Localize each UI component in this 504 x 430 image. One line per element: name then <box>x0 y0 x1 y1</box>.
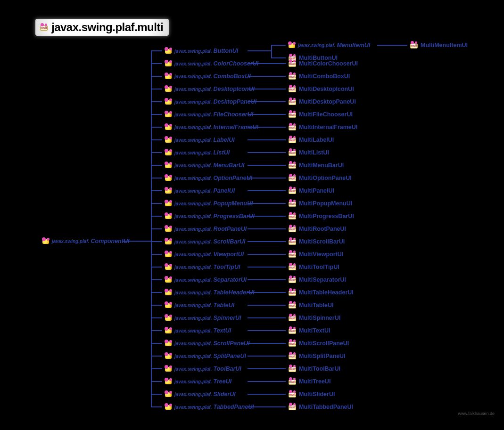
package-prefix: javax.swing.plaf. <box>298 43 335 48</box>
package-prefix: javax.swing.plaf. <box>174 176 212 181</box>
connector-line <box>248 368 286 369</box>
node-multi-tableui[interactable]: MultiTableUI <box>288 300 333 310</box>
package-prefix: javax.swing.plaf. <box>174 87 212 92</box>
node-plaf-menuitemui[interactable]: javax.swing.plaf.MenuItemUI <box>288 41 370 50</box>
node-plaf-panelui[interactable]: javax.swing.plaf.PanelUI <box>164 186 235 195</box>
class-icon <box>164 175 173 181</box>
node-plaf-popupmenuui[interactable]: javax.swing.plaf.PopupMenuUI <box>164 199 253 208</box>
node-plaf-splitpaneui[interactable]: javax.swing.plaf.SplitPaneUI <box>164 351 246 361</box>
node-multi-labelui[interactable]: MultiLabelUI <box>288 135 334 145</box>
node-multi-panelui[interactable]: MultiPanelUI <box>288 186 334 195</box>
package-prefix: javax.swing.plaf. <box>174 61 212 66</box>
node-multi-separatorui[interactable]: MultiSeparatorUI <box>288 275 346 284</box>
node-multi-rootpaneui[interactable]: MultiRootPaneUI <box>288 224 346 234</box>
node-multi-comboboxui[interactable]: MultiComboBoxUI <box>288 72 350 81</box>
node-multi-internalframeui[interactable]: MultiInternalFrameUI <box>288 122 357 132</box>
class-icon <box>164 73 173 80</box>
connector-line <box>248 279 286 280</box>
node-multi-popupmenuui[interactable]: MultiPopupMenuUI <box>288 199 352 208</box>
node-multi-sliderui[interactable]: MultiSliderUI <box>288 389 335 399</box>
node-plaf-textui[interactable]: javax.swing.plaf.TextUI <box>164 326 231 335</box>
node-plaf-filechooserui[interactable]: javax.swing.plaf.FileChooserUI <box>164 110 253 119</box>
node-multi-menubarui[interactable]: MultiMenuBarUI <box>288 161 344 170</box>
node-plaf-rootpaneui[interactable]: javax.swing.plaf.RootPaneUI <box>164 224 247 234</box>
node-plaf-toolbarui[interactable]: javax.swing.plaf.ToolBarUI <box>164 364 241 373</box>
class-name: MultiTableUI <box>299 302 333 308</box>
class-icon <box>164 60 173 67</box>
node-plaf-tabbedpaneui[interactable]: javax.swing.plaf.TabbedPaneUI <box>164 402 254 412</box>
node-plaf-separatorui[interactable]: javax.swing.plaf.SeparatorUI <box>164 275 247 284</box>
node-plaf-optionpaneui[interactable]: javax.swing.plaf.OptionPaneUI <box>164 173 252 183</box>
node-multi-toolbarui[interactable]: MultiToolBarUI <box>288 364 340 373</box>
multi-class-icon <box>288 263 297 271</box>
node-multi-desktoppaneui[interactable]: MultiDesktopPaneUI <box>288 97 356 106</box>
connector-line <box>151 101 162 102</box>
node-plaf-colorchooserui[interactable]: javax.swing.plaf.ColorChooserUI <box>164 59 258 68</box>
node-multi-optionpaneui[interactable]: MultiOptionPaneUI <box>288 173 352 183</box>
class-icon <box>164 124 173 130</box>
credit-text: www.falkhausen.de <box>458 411 495 416</box>
node-plaf-menubarui[interactable]: javax.swing.plaf.MenuBarUI <box>164 161 244 170</box>
node-multi-colorchooserui[interactable]: MultiColorChooserUI <box>288 59 358 68</box>
package-prefix: javax.swing.plaf. <box>174 74 212 79</box>
class-icon <box>164 187 173 194</box>
node-multi-treeui[interactable]: MultiTreeUI <box>288 377 330 386</box>
node-componentui[interactable]: javax.swing.plaf.ComponentUI <box>41 236 129 246</box>
node-plaf-comboboxui[interactable]: javax.swing.plaf.ComboBoxUI <box>164 72 251 81</box>
connector-line <box>248 76 286 77</box>
connector-line <box>151 254 162 255</box>
class-name: MenuBarUI <box>213 162 244 169</box>
node-multi-menuitemui[interactable]: MultiMenuItemUI <box>409 41 468 50</box>
node-multi-tabbedpaneui[interactable]: MultiTabbedPaneUI <box>288 402 353 412</box>
node-plaf-tooltipui[interactable]: javax.swing.plaf.ToolTipUI <box>164 262 240 272</box>
node-plaf-tableheaderui[interactable]: javax.swing.plaf.TableHeaderUI <box>164 288 255 297</box>
node-plaf-scrollbarui[interactable]: javax.swing.plaf.ScrollBarUI <box>164 237 246 246</box>
node-plaf-tableui[interactable]: javax.swing.plaf.TableUI <box>164 300 234 310</box>
node-multi-scrollpaneui[interactable]: MultiScrollPaneUI <box>288 339 349 348</box>
node-plaf-buttonui[interactable]: javax.swing.plaf.ButtonUI <box>164 46 238 56</box>
connector-line <box>271 45 286 46</box>
class-icon <box>164 86 173 92</box>
connector-line <box>151 190 162 191</box>
multi-class-icon <box>288 98 297 105</box>
package-prefix: javax.swing.plaf. <box>174 112 212 117</box>
connector-line <box>248 50 271 51</box>
package-prefix: javax.swing.plaf. <box>174 366 212 372</box>
node-plaf-desktopiconui[interactable]: javax.swing.plaf.DesktopIconUI <box>164 84 255 94</box>
class-name: MultiMenuItemUI <box>421 42 468 49</box>
package-prefix: javax.swing.plaf. <box>174 138 212 143</box>
node-plaf-labelui[interactable]: javax.swing.plaf.LabelUI <box>164 135 235 145</box>
node-plaf-viewportui[interactable]: javax.swing.plaf.ViewportUI <box>164 250 244 259</box>
class-icon <box>164 238 173 245</box>
connector-line <box>248 101 286 102</box>
class-name: MultiSplitPaneUI <box>299 353 346 359</box>
node-plaf-spinnerui[interactable]: javax.swing.plaf.SpinnerUI <box>164 313 241 323</box>
node-plaf-desktoppaneui[interactable]: javax.swing.plaf.DesktopPaneUI <box>164 97 256 106</box>
class-name: MultiComboBoxUI <box>299 73 350 80</box>
node-plaf-sliderui[interactable]: javax.swing.plaf.SliderUI <box>164 389 236 399</box>
node-multi-spinnerui[interactable]: MultiSpinnerUI <box>288 313 340 323</box>
node-multi-listui[interactable]: MultiListUI <box>288 148 329 157</box>
node-multi-filechooserui[interactable]: MultiFileChooserUI <box>288 110 353 119</box>
node-plaf-internalframeui[interactable]: javax.swing.plaf.InternalFrameUI <box>164 122 258 132</box>
node-multi-progressbarui[interactable]: MultiProgressBarUI <box>288 211 354 221</box>
node-multi-scrollbarui[interactable]: MultiScrollBarUI <box>288 237 345 246</box>
class-name: MultiProgressBarUI <box>299 213 354 219</box>
class-icon <box>164 365 173 372</box>
class-name: TreeUI <box>213 378 231 385</box>
multi-class-icon <box>288 123 297 131</box>
node-multi-desktopiconui[interactable]: MultiDesktopIconUI <box>288 84 354 94</box>
connector-line <box>151 356 162 357</box>
node-plaf-listui[interactable]: javax.swing.plaf.ListUI <box>164 148 230 157</box>
node-plaf-progressbarui[interactable]: javax.swing.plaf.ProgressBarUI <box>164 211 255 221</box>
class-icon <box>288 42 296 49</box>
node-multi-tooltipui[interactable]: MultiToolTipUI <box>288 262 339 272</box>
connector-line <box>151 216 162 217</box>
node-plaf-scrollpaneui[interactable]: javax.swing.plaf.ScrollPaneUI <box>164 339 250 348</box>
node-multi-splitpaneui[interactable]: MultiSplitPaneUI <box>288 351 346 361</box>
node-multi-viewportui[interactable]: MultiViewportUI <box>288 250 343 259</box>
node-multi-textui[interactable]: MultiTextUI <box>288 326 330 335</box>
node-plaf-treeui[interactable]: javax.swing.plaf.TreeUI <box>164 377 231 386</box>
node-multi-tableheaderui[interactable]: MultiTableHeaderUI <box>288 288 354 297</box>
class-name: SeparatorUI <box>213 276 247 283</box>
